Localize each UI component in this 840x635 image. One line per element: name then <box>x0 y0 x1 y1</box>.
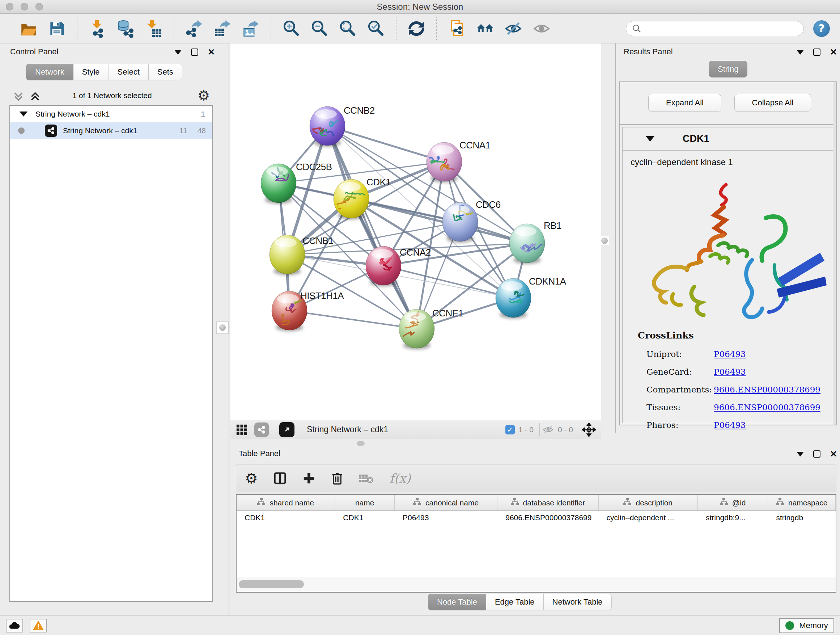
crosslink-link[interactable]: P06493 <box>714 349 746 359</box>
tab-network-table[interactable]: Network Table <box>544 594 612 610</box>
table-cell[interactable]: CDK1 <box>237 511 335 524</box>
warnings-status-button[interactable] <box>30 619 47 632</box>
expand-all-icon[interactable] <box>30 91 41 103</box>
node-CDK1[interactable] <box>333 179 369 219</box>
node-CCNA1[interactable] <box>425 142 462 182</box>
show-graphics-details-icon[interactable] <box>531 18 552 39</box>
crosslink-link[interactable]: P06493 <box>714 367 746 377</box>
minimize-window-button[interactable] <box>21 3 28 11</box>
entry-header[interactable]: CDK1 <box>622 127 834 150</box>
zoom-fit-content-icon[interactable] <box>337 18 358 39</box>
column-header-canonical-name[interactable]: canonical name <box>395 495 497 510</box>
column-header-name[interactable]: name <box>335 495 395 510</box>
help-button[interactable]: ? <box>813 20 830 37</box>
collapse-all-icon[interactable] <box>13 91 24 103</box>
table-cell[interactable]: P06493 <box>395 511 497 524</box>
tab-sets[interactable]: Sets <box>149 64 182 80</box>
delete-table-icon[interactable] <box>358 472 374 485</box>
node-RB1[interactable] <box>509 224 545 264</box>
column-header-database-identifier[interactable]: database identifier <box>497 495 598 510</box>
collection-expand-icon[interactable] <box>19 111 27 117</box>
selected-checkbox-icon[interactable]: ✓ <box>505 425 515 434</box>
edge-HIST1H1A-CCNE1[interactable] <box>289 310 417 329</box>
edge-CDK1-RB1[interactable] <box>351 199 527 243</box>
birds-eye-crosshair-icon[interactable] <box>582 423 596 437</box>
crosslink-link[interactable]: P06493 <box>714 420 746 430</box>
close-window-button[interactable] <box>6 3 13 11</box>
memory-button[interactable]: Memory <box>779 618 834 633</box>
detach-view-icon[interactable] <box>279 422 294 437</box>
results-panel-close-icon[interactable]: ✕ <box>830 49 837 56</box>
export-image-icon[interactable] <box>240 18 261 39</box>
tab-network[interactable]: Network <box>26 64 73 80</box>
tab-node-table[interactable]: Node Table <box>428 594 486 610</box>
results-panel-menu-icon[interactable] <box>797 50 804 55</box>
results-scrollbar[interactable] <box>833 82 836 424</box>
crosslink-link[interactable]: 9606.ENSP00000378699 <box>714 402 821 412</box>
results-panel-float-icon[interactable] <box>813 49 821 56</box>
left-splitter-handle[interactable] <box>216 321 229 334</box>
network-canvas[interactable]: CCNB2CCNA1CDC25BCDK1CDC6RB1CCNB1CCNA2CDK… <box>231 43 601 420</box>
node-CCNE1[interactable] <box>399 309 434 349</box>
grid-view-icon[interactable] <box>235 424 248 436</box>
table-cell[interactable]: CDK1 <box>335 511 395 524</box>
zoom-out-icon[interactable] <box>309 18 330 39</box>
table-cell[interactable]: cyclin–dependent ... <box>599 511 698 524</box>
import-network-file-icon[interactable] <box>87 18 108 39</box>
table-cell[interactable]: 9606.ENSP00000378699 <box>497 511 598 524</box>
node-CDC6[interactable] <box>442 201 478 242</box>
column-header-namespace[interactable]: namespace <box>768 495 836 510</box>
column-header-description[interactable]: description <box>599 495 698 510</box>
delete-column-trash-icon[interactable] <box>331 471 343 485</box>
network-collection-row[interactable]: String Network – cdk1 1 <box>10 106 212 122</box>
table-panel-float-icon[interactable] <box>813 450 821 458</box>
import-network-database-icon[interactable] <box>115 18 136 39</box>
zoom-window-button[interactable] <box>35 3 43 11</box>
tab-string[interactable]: String <box>709 61 747 78</box>
column-header--id[interactable]: @id <box>698 495 768 510</box>
table-cell[interactable]: stringdb:9... <box>698 511 768 524</box>
network-badge-gray-icon[interactable] <box>254 423 269 437</box>
export-table-icon[interactable] <box>212 18 233 39</box>
function-builder-icon[interactable]: f(x) <box>390 471 411 486</box>
left-splitter[interactable] <box>229 43 229 616</box>
control-panel-float-icon[interactable] <box>191 49 198 56</box>
show-columns-icon[interactable] <box>273 471 287 485</box>
collapse-all-button[interactable]: Collapse All <box>734 94 811 112</box>
first-neighbors-icon[interactable] <box>475 18 496 39</box>
import-table-file-icon[interactable] <box>143 18 164 39</box>
table-hscrollbar-thumb[interactable] <box>239 580 304 588</box>
column-header-shared-name[interactable]: shared name <box>237 495 335 510</box>
apply-preferred-layout-icon[interactable] <box>406 18 427 39</box>
new-network-from-selection-icon[interactable] <box>447 18 467 39</box>
network-list-options-gear-icon[interactable]: ⚙ <box>197 88 210 103</box>
table-panel-close-icon[interactable]: ✕ <box>830 450 837 458</box>
tab-edge-table[interactable]: Edge Table <box>486 594 544 610</box>
table-hscrollbar[interactable] <box>237 577 836 591</box>
node-CDC25B[interactable] <box>261 164 296 204</box>
table-cell[interactable]: stringdb <box>768 511 836 524</box>
right-splitter[interactable] <box>615 43 616 432</box>
export-network-icon[interactable] <box>184 18 205 39</box>
table-row[interactable]: CDK1CDK1P064939606.ENSP00000378699cyclin… <box>237 511 836 524</box>
bottom-splitter-handle[interactable] <box>357 441 365 446</box>
table-panel-menu-icon[interactable] <box>797 452 804 456</box>
search-input-wrap[interactable] <box>626 21 804 36</box>
table-options-gear-icon[interactable]: ⚙ <box>245 470 258 486</box>
zoom-in-icon[interactable] <box>281 18 302 39</box>
search-input[interactable] <box>645 24 798 33</box>
add-column-plus-icon[interactable] <box>302 471 316 485</box>
control-panel-menu-icon[interactable] <box>174 50 182 55</box>
open-session-icon[interactable] <box>18 18 39 39</box>
zoom-selected-region-icon[interactable] <box>365 18 386 39</box>
save-session-icon[interactable] <box>46 18 67 39</box>
cloud-status-button[interactable] <box>6 619 23 632</box>
entry-collapse-icon[interactable] <box>646 136 654 141</box>
node-CCNB1[interactable] <box>270 235 305 275</box>
edge-CCNB2-CCNA1[interactable] <box>327 126 444 162</box>
control-panel-close-icon[interactable]: ✕ <box>208 49 215 56</box>
hide-graphics-details-icon[interactable] <box>503 18 524 39</box>
right-splitter-handle[interactable] <box>600 236 609 245</box>
tab-style[interactable]: Style <box>73 64 109 80</box>
node-CDKN1A[interactable] <box>496 279 531 318</box>
